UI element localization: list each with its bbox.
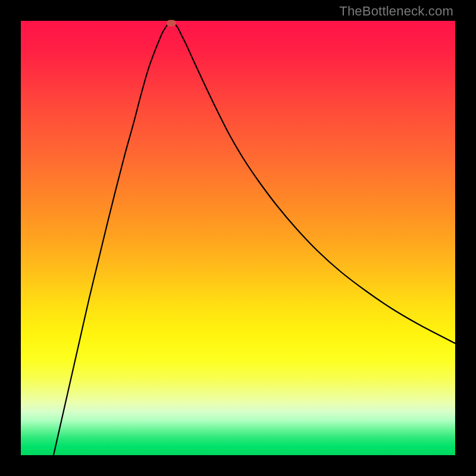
curve-right-branch bbox=[175, 24, 455, 343]
curve-left-branch bbox=[54, 24, 168, 455]
bottleneck-curve bbox=[21, 21, 455, 455]
watermark-text: TheBottleneck.com bbox=[339, 4, 453, 19]
optimal-point-marker bbox=[167, 20, 176, 27]
chart-frame: TheBottleneck.com bbox=[0, 0, 476, 476]
plot-area bbox=[21, 21, 455, 455]
